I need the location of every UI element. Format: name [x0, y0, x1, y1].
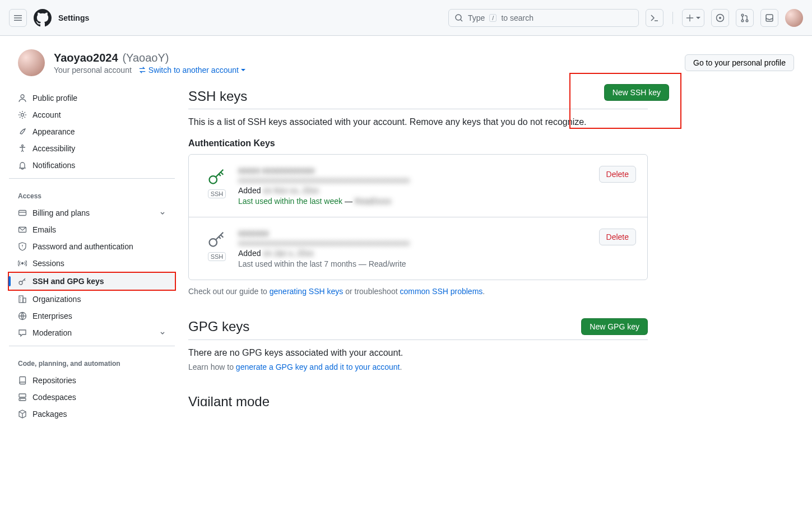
- gpg-keys-title: GPG keys: [188, 319, 581, 334]
- broadcast-icon: [18, 259, 27, 268]
- account-display-name: Yaoyao2024: [54, 52, 118, 64]
- pull-request-icon: [740, 13, 749, 22]
- ssh-helper-text: Check out our guide to generating SSH ke…: [188, 287, 648, 296]
- sidebar-item-label: Sessions: [33, 259, 64, 268]
- repo-icon: [18, 376, 27, 385]
- helper-middle: or troubleshoot: [343, 287, 400, 296]
- sidebar-item-label: Emails: [33, 225, 56, 234]
- profile-avatar[interactable]: [18, 49, 45, 76]
- svg-rect-17: [19, 398, 26, 401]
- credit-card-icon: [18, 208, 27, 217]
- sidebar-item-billing[interactable]: Billing and plans: [9, 204, 175, 221]
- switch-account-link[interactable]: Switch to another account: [138, 66, 245, 75]
- main-content: SSH keys New SSH key This is a list of S…: [188, 85, 648, 406]
- helper-prefix: Check out our guide to: [188, 287, 270, 296]
- sidebar-item-label: Public profile: [33, 94, 77, 103]
- key-icon: [18, 277, 27, 286]
- issues-button[interactable]: [711, 9, 729, 27]
- sidebar-item-organizations[interactable]: Organizations: [9, 291, 175, 308]
- search-icon: [454, 13, 463, 22]
- sidebar-item-password[interactable]: Password and authentication: [9, 238, 175, 255]
- search-input[interactable]: Type / to search: [448, 9, 639, 27]
- globe-icon: [18, 312, 27, 320]
- switch-account-label: Switch to another account: [149, 66, 239, 75]
- svg-rect-9: [19, 211, 26, 216]
- issue-icon: [716, 13, 725, 22]
- inbox-icon: [765, 13, 774, 22]
- notifications-button[interactable]: [760, 9, 778, 27]
- divider: [672, 12, 673, 24]
- sidebar-item-label: Accessibility: [33, 144, 75, 153]
- user-avatar[interactable]: [785, 9, 803, 27]
- chevron-down-icon: [159, 329, 166, 336]
- go-to-profile-button[interactable]: Go to your personal profile: [685, 54, 794, 71]
- sidebar-item-appearance[interactable]: Appearance: [9, 123, 175, 140]
- sidebar-group-access: Access: [9, 183, 175, 204]
- key-name: xxxxx xxxxxxxxxxxx: [238, 166, 589, 175]
- generate-gpg-key-link[interactable]: generate a GPG key and add it to your ac…: [236, 362, 400, 371]
- sidebar: Public profile Account Appearance Access…: [9, 85, 175, 427]
- sidebar-item-packages[interactable]: Packages: [9, 406, 175, 422]
- key-name: xxxxxxx: [238, 229, 589, 238]
- menu-button[interactable]: [9, 9, 27, 27]
- key-fingerprint: xxxxxxxxxxxxxxxxxxxxxxxxxxxxxxxxxxxxxxxx…: [238, 239, 589, 247]
- sidebar-item-label: Packages: [33, 410, 67, 419]
- sidebar-item-repositories[interactable]: Repositories: [9, 372, 175, 389]
- sidebar-item-label: Organizations: [33, 295, 81, 304]
- sidebar-item-label: Password and authentication: [33, 242, 133, 251]
- ssh-tag: SSH: [208, 252, 226, 261]
- generating-ssh-keys-link[interactable]: generating SSH keys: [270, 287, 344, 296]
- helper-suffix: .: [482, 287, 485, 296]
- search-placeholder-suffix: to search: [501, 13, 533, 22]
- person-icon: [18, 94, 27, 103]
- bell-icon: [18, 161, 27, 170]
- sidebar-item-emails[interactable]: Emails: [9, 221, 175, 238]
- command-palette-button[interactable]: [646, 9, 663, 27]
- sidebar-item-account[interactable]: Account: [9, 106, 175, 123]
- search-key-hint: /: [489, 14, 497, 22]
- highlight-box-new-ssh: New SSH key: [569, 73, 681, 129]
- github-logo[interactable]: [34, 9, 52, 27]
- sidebar-item-moderation[interactable]: Moderation: [9, 324, 175, 341]
- sidebar-group-code: Code, planning, and automation: [9, 351, 175, 372]
- topbar: Settings Type / to search: [0, 0, 812, 36]
- sidebar-item-label: Account: [33, 110, 61, 119]
- hamburger-icon: [13, 13, 22, 22]
- svg-point-4: [741, 20, 744, 22]
- account-handle: (YaoaoY): [122, 52, 169, 64]
- sidebar-item-codespaces[interactable]: Codespaces: [9, 389, 175, 406]
- create-new-button[interactable]: [682, 9, 704, 27]
- key-added-date: on Jan x, 20xx: [263, 249, 313, 258]
- sidebar-item-public-profile[interactable]: Public profile: [9, 90, 175, 106]
- account-type-label: Your personal account: [54, 66, 132, 75]
- svg-point-6: [21, 95, 24, 98]
- svg-point-11: [22, 263, 24, 264]
- gpg-section-header: GPG keys New GPG key: [188, 318, 648, 340]
- github-icon: [34, 9, 52, 27]
- sidebar-item-sessions[interactable]: Sessions: [9, 255, 175, 272]
- accessibility-icon: [18, 144, 27, 153]
- svg-point-0: [456, 15, 461, 20]
- delete-key-button[interactable]: Delete: [599, 229, 636, 245]
- key-icon: [207, 166, 227, 186]
- sidebar-item-ssh-gpg-keys[interactable]: SSH and GPG keys: [9, 273, 175, 290]
- switch-icon: [138, 66, 146, 74]
- gear-icon: [18, 110, 27, 119]
- svg-rect-13: [19, 296, 23, 303]
- common-ssh-problems-link[interactable]: common SSH problems: [400, 287, 482, 296]
- svg-point-8: [22, 145, 24, 147]
- svg-rect-14: [23, 298, 26, 303]
- new-gpg-key-button[interactable]: New GPG key: [581, 318, 648, 335]
- gpg-helper-text: Learn how to generate a GPG key and add …: [188, 362, 648, 371]
- sidebar-item-label: SSH and GPG keys: [33, 277, 104, 286]
- ssh-key-list: SSH xxxxx xxxxxxxxxxxx xxxxxxxxxxxxxxxxx…: [188, 154, 648, 280]
- ssh-tag: SSH: [208, 189, 226, 198]
- new-ssh-key-button[interactable]: New SSH key: [604, 84, 669, 101]
- key-last-used: Last used within the last 7 months — Rea…: [238, 259, 589, 268]
- delete-key-button[interactable]: Delete: [599, 166, 636, 183]
- pull-requests-button[interactable]: [736, 9, 754, 27]
- sidebar-item-notifications[interactable]: Notifications: [9, 157, 175, 174]
- highlight-box-sidebar: SSH and GPG keys: [8, 272, 176, 291]
- sidebar-item-accessibility[interactable]: Accessibility: [9, 140, 175, 157]
- sidebar-item-enterprises[interactable]: Enterprises: [9, 308, 175, 324]
